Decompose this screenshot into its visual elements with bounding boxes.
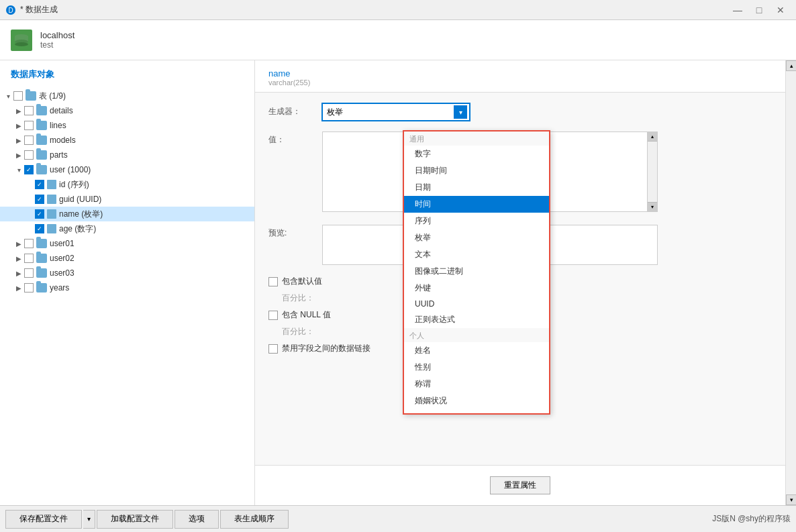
tree-label-details: details: [50, 106, 73, 115]
tree-toggle-user-age: [24, 223, 35, 234]
tree-checkbox-tables[interactable]: [13, 91, 23, 101]
folder-icon-years: [36, 283, 47, 292]
dropdown-item-0-10[interactable]: 正则表达式: [404, 311, 549, 328]
server-db: test: [40, 40, 74, 50]
reset-button[interactable]: 重置属性: [490, 476, 550, 494]
dropdown-item-0-9[interactable]: UUID: [404, 297, 549, 311]
tree-item-models[interactable]: ▶models: [0, 133, 254, 148]
dropdown-item-0-5[interactable]: 枚举: [404, 229, 549, 246]
tree-item-lines[interactable]: ▶lines: [0, 118, 254, 133]
dropdown-item-0-8[interactable]: 外键: [404, 280, 549, 297]
tree-toggle-parts[interactable]: ▶: [13, 150, 24, 160]
tree-checkbox-user-guid[interactable]: ✓: [35, 195, 44, 204]
dropdown-item-1-2[interactable]: 称谓: [404, 376, 549, 392]
server-info: localhost test: [40, 30, 74, 50]
tree-checkbox-lines[interactable]: [24, 121, 34, 130]
folder-icon-user: [36, 165, 47, 174]
dropdown-item-1-4[interactable]: 电话号码: [404, 409, 549, 413]
tree-checkbox-user-id[interactable]: ✓: [35, 180, 44, 189]
tree-item-parts[interactable]: ▶parts: [0, 148, 254, 162]
tree-checkbox-user01[interactable]: [24, 239, 34, 248]
disable-link-checkbox[interactable]: [268, 344, 278, 354]
minimize-button[interactable]: —: [728, 2, 748, 18]
save-config-arrow[interactable]: ▾: [83, 510, 95, 529]
tree-item-years[interactable]: ▶years: [0, 280, 254, 295]
dropdown-scroll[interactable]: 通用数字日期时间日期时间序列枚举文本图像或二进制外键UUID正则表达式个人姓名性…: [404, 131, 549, 413]
main-content: 数据库对象 ▾表 (1/9)▶details▶lines▶models▶part…: [0, 60, 796, 505]
value-scroll-down[interactable]: ▾: [648, 202, 657, 211]
tree-item-tables[interactable]: ▾表 (1/9): [0, 89, 254, 103]
dropdown-item-1-0[interactable]: 姓名: [404, 342, 549, 359]
value-scroll-track: [648, 142, 657, 202]
dropdown-item-1-1[interactable]: 性别: [404, 359, 549, 376]
table-order-button[interactable]: 表生成顺序: [220, 510, 289, 529]
tree-item-user-age[interactable]: ✓age (数字): [0, 221, 254, 236]
tree-toggle-user03[interactable]: ▶: [13, 268, 24, 278]
tree-toggle-user[interactable]: ▾: [13, 164, 24, 175]
generator-dropdown[interactable]: 通用数字日期时间日期时间序列枚举文本图像或二进制外键UUID正则表达式个人姓名性…: [403, 130, 550, 415]
tree-checkbox-models[interactable]: [24, 136, 34, 145]
dropdown-item-0-4[interactable]: 序列: [404, 213, 549, 229]
generator-select[interactable]: 枚举: [322, 103, 470, 121]
include-default-label: 包含默认值: [282, 276, 322, 287]
scroll-track: [786, 71, 796, 494]
tree-checkbox-user-name[interactable]: ✓: [35, 209, 44, 219]
right-scrollbar: ▴ ▾: [785, 60, 796, 505]
server-icon: [11, 30, 32, 51]
tree-checkbox-years[interactable]: [24, 283, 34, 292]
include-null-checkbox[interactable]: [268, 311, 278, 320]
tree-toggle-years[interactable]: ▶: [13, 282, 24, 293]
folder-icon-user01: [36, 239, 47, 248]
tree-checkbox-user[interactable]: ✓: [24, 165, 34, 174]
tree-item-user01[interactable]: ▶user01: [0, 236, 254, 251]
folder-icon-models: [36, 136, 47, 145]
tree-item-user-guid[interactable]: ✓guid (UUID): [0, 192, 254, 207]
generator-select-wrapper[interactable]: 枚举 ▾: [322, 103, 470, 121]
include-null-label: 包含 NULL 值: [282, 309, 331, 321]
dropdown-group-1: 个人: [404, 328, 549, 342]
tree-label-user03: user03: [50, 268, 74, 278]
tree-item-user03[interactable]: ▶user03: [0, 266, 254, 280]
tree-toggle-models[interactable]: ▶: [13, 135, 24, 146]
tree-toggle-user-name: [24, 209, 35, 219]
tree-checkbox-details[interactable]: [24, 106, 34, 115]
tree-toggle-tables[interactable]: ▾: [3, 91, 13, 101]
scroll-up-btn[interactable]: ▴: [786, 60, 796, 71]
include-default-checkbox[interactable]: [268, 277, 278, 286]
tree-checkbox-user03[interactable]: [24, 268, 34, 278]
maximize-button[interactable]: □: [749, 2, 769, 18]
tree-label-lines: lines: [50, 121, 66, 130]
tree-toggle-lines[interactable]: ▶: [13, 120, 24, 131]
tree-toggle-user01[interactable]: ▶: [13, 238, 24, 249]
dropdown-item-0-7[interactable]: 图像或二进制: [404, 263, 549, 280]
load-config-button[interactable]: 加载配置文件: [97, 510, 173, 529]
tree-container[interactable]: ▾表 (1/9)▶details▶lines▶models▶parts▾✓use…: [0, 86, 254, 505]
dropdown-item-0-3[interactable]: 时间: [404, 196, 549, 213]
dropdown-item-1-3[interactable]: 婚姻状况: [404, 392, 549, 409]
tree-toggle-details[interactable]: ▶: [13, 105, 24, 116]
dropdown-item-0-0[interactable]: 数字: [404, 146, 549, 162]
dropdown-item-0-6[interactable]: 文本: [404, 246, 549, 263]
generator-label: 生成器：: [268, 103, 322, 117]
close-button[interactable]: ✕: [770, 2, 791, 18]
tree-toggle-user02[interactable]: ▶: [13, 253, 24, 264]
app-icon: D: [5, 5, 16, 15]
options-button[interactable]: 选项: [175, 510, 219, 529]
tree-item-user[interactable]: ▾✓user (1000): [0, 162, 254, 177]
tree-checkbox-user02[interactable]: [24, 254, 34, 263]
value-scroll-up[interactable]: ▴: [648, 132, 657, 142]
save-config-button[interactable]: 保存配置文件: [5, 510, 82, 529]
dropdown-item-0-2[interactable]: 日期: [404, 179, 549, 196]
dropdown-item-0-1[interactable]: 日期时间: [404, 162, 549, 179]
tree-checkbox-user-age[interactable]: ✓: [35, 224, 44, 233]
panel-header: 数据库对象: [0, 60, 254, 86]
tree-item-user-name[interactable]: ✓name (枚举): [0, 207, 254, 221]
folder-icon-parts: [36, 150, 47, 160]
scroll-down-btn[interactable]: ▾: [786, 494, 796, 505]
tree-item-user02[interactable]: ▶user02: [0, 251, 254, 266]
generator-dropdown-arrow[interactable]: ▾: [454, 105, 467, 119]
tree-item-details[interactable]: ▶details: [0, 103, 254, 118]
tree-item-user-id[interactable]: ✓id (序列): [0, 177, 254, 192]
tree-checkbox-parts[interactable]: [24, 150, 34, 160]
tree-label-user02: user02: [50, 254, 74, 263]
